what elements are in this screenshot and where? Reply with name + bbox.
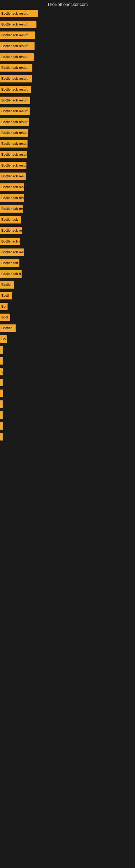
- bar-row: Bottleneck result: [0, 62, 135, 73]
- bar-label: Bottleneck result: [1, 163, 27, 167]
- bottleneck-bar: Bottleneck result: [0, 64, 32, 72]
- bar-label: Bottleneck res: [1, 229, 22, 232]
- bar-row: Bottleneck result: [0, 73, 135, 84]
- bottleneck-bar: [0, 422, 3, 430]
- bar-label: Bottleneck result: [1, 44, 28, 48]
- bar-row: [0, 431, 135, 442]
- bar-label: Bottle: [1, 283, 10, 287]
- bar-label: Bottleneck result: [1, 175, 26, 178]
- bar-label: Bottleneck result: [1, 120, 28, 124]
- bottleneck-bar: [0, 411, 3, 419]
- bar-label: Bottleneck result: [1, 153, 27, 156]
- bottleneck-bar: Bottleneck result: [0, 21, 37, 28]
- bottleneck-bar: Bottlen: [0, 324, 16, 332]
- bottleneck-bar: Bottleneck result: [0, 53, 34, 61]
- bar-row: Bottleneck result: [0, 41, 135, 52]
- bar-row: Bottleneck res: [0, 225, 135, 236]
- bottleneck-bar: Bottleneck res: [0, 205, 23, 213]
- bottleneck-bar: Bo: [0, 335, 7, 343]
- bar-row: Bottlen: [0, 323, 135, 334]
- bar-label: Bottleneck result: [1, 98, 28, 102]
- bottleneck-bar: Bott: [0, 314, 10, 321]
- bar-row: Bottleneck: [0, 258, 135, 269]
- bar-row: Bottle: [0, 279, 135, 290]
- bottleneck-bar: Bottleneck result: [0, 162, 27, 169]
- bar-row: Bottleneck resu: [0, 247, 135, 258]
- bottleneck-bar: Bottleneck resu: [0, 183, 24, 191]
- bar-row: Bottleneck result: [0, 19, 135, 30]
- bar-row: [0, 388, 135, 399]
- bar-row: Bott: [0, 312, 135, 323]
- bar-row: Bo: [0, 301, 135, 312]
- bottleneck-bar: Bottleneck result: [0, 107, 30, 115]
- bar-row: Bottleneck result: [0, 193, 135, 204]
- bar-label: e: [1, 370, 3, 373]
- bar-row: [0, 421, 135, 431]
- bottleneck-bar: [0, 433, 3, 440]
- bottleneck-bar: Bottleneck: [0, 259, 19, 267]
- bar-label: Bottleneck: [1, 218, 18, 222]
- bottleneck-bar: [0, 400, 3, 408]
- bottleneck-bar: Bottleneck resu: [0, 248, 24, 256]
- bottleneck-bar: [0, 379, 3, 386]
- bar-row: e: [0, 366, 135, 377]
- bar-label: Bott: [1, 315, 8, 319]
- bar-row: Bottleneck result: [0, 127, 135, 138]
- bar-row: Bottleneck result: [0, 8, 135, 19]
- bar-row: Bottleneck result: [0, 106, 135, 117]
- bottleneck-bar: Bottleneck result: [0, 31, 35, 39]
- bar-label: Bottl: [1, 294, 9, 298]
- bar-row: [0, 355, 135, 366]
- bar-label: Bo: [1, 305, 6, 308]
- bar-row: Bottleneck resu: [0, 182, 135, 193]
- bottleneck-bar: Bottleneck result: [0, 129, 28, 137]
- bar-label: Bottleneck re: [1, 240, 20, 243]
- bottleneck-bar: Bottleneck result: [0, 86, 31, 93]
- bar-row: Bottleneck result: [0, 84, 135, 95]
- bar-row: Bottleneck result: [0, 138, 135, 149]
- bar-label: Bottleneck result: [1, 131, 28, 135]
- bottleneck-bar: Bottl: [0, 292, 12, 300]
- bar-row: Bottleneck result: [0, 52, 135, 62]
- bottleneck-bar: Bottleneck result: [0, 151, 27, 158]
- bar-label: Bottleneck result: [1, 23, 28, 26]
- bars-container: Bottleneck resultBottleneck resultBottle…: [0, 8, 135, 442]
- bottleneck-bar: Bottleneck result: [0, 140, 28, 148]
- site-title: TheBottlenecker.com: [0, 0, 135, 8]
- bottleneck-bar: Bottle: [0, 281, 14, 289]
- bottleneck-bar: Bottleneck result: [0, 173, 26, 180]
- bottleneck-bar: Bottleneck: [0, 216, 21, 223]
- bottleneck-bar: Bottleneck result: [0, 42, 35, 50]
- bottleneck-bar: Bottleneck result: [0, 194, 24, 202]
- bar-row: Bottleneck: [0, 214, 135, 225]
- bar-label: Bottleneck result: [1, 55, 28, 59]
- bar-row: Bottleneck re: [0, 236, 135, 247]
- bar-row: Bottleneck result: [0, 149, 135, 160]
- bar-row: Bottleneck result: [0, 30, 135, 41]
- bar-row: Bottleneck result: [0, 117, 135, 127]
- bar-label: Bottleneck res: [1, 207, 23, 211]
- bar-label: Bottleneck result: [1, 142, 28, 146]
- bottleneck-bar: [0, 346, 3, 354]
- bar-label: Bottleneck result: [1, 66, 28, 70]
- bar-label: Bottleneck result: [1, 77, 28, 81]
- bar-label: Bottleneck res: [1, 272, 21, 276]
- bar-label: Bottleneck result: [1, 88, 28, 91]
- bar-label: Bottleneck result: [1, 196, 24, 200]
- bar-label: Bottleneck: [1, 261, 18, 265]
- bar-row: Bottleneck result: [0, 160, 135, 171]
- bar-row: [0, 399, 135, 410]
- bar-row: Bottleneck res: [0, 204, 135, 214]
- bar-label: Bottleneck result: [1, 33, 28, 37]
- bottleneck-bar: [0, 390, 3, 397]
- bar-label: Bottleneck resu: [1, 250, 24, 254]
- bottleneck-bar: e: [0, 368, 3, 375]
- bottleneck-bar: Bottleneck res: [0, 270, 21, 278]
- bottleneck-bar: Bo: [0, 303, 8, 310]
- bar-label: Bottlen: [1, 326, 12, 330]
- bar-row: [0, 410, 135, 421]
- bar-label: Bo: [1, 337, 6, 341]
- bottleneck-bar: Bottleneck result: [0, 97, 30, 104]
- bar-row: Bo: [0, 334, 135, 344]
- bottleneck-bar: [0, 357, 3, 365]
